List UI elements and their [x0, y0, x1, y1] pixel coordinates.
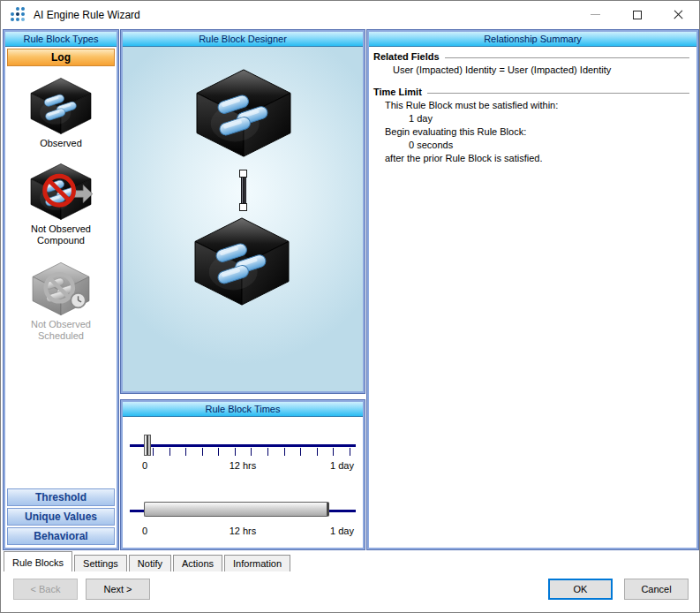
slider-thumb[interactable] [144, 435, 151, 456]
time-limit-line: This Rule Block must be satisfied within… [373, 100, 689, 110]
tab-information[interactable]: Information [224, 555, 290, 573]
minimize-icon [591, 14, 600, 15]
rule-block-types-header: Rule Block Types [5, 32, 117, 47]
time-limit-line: after the prior Rule Block is satisfied. [373, 153, 689, 163]
relationship-summary-panel: Relationship Summary Related Fields User… [367, 30, 698, 549]
slider-labels: 0 12 hrs 1 day [130, 460, 356, 472]
time-limit-value: 0 seconds [373, 140, 689, 150]
not-observed-compound-icon [27, 162, 94, 222]
type-item-not-observed-scheduled: Not Observed Scheduled [5, 261, 117, 342]
footer-bar: < Back Next > OK Cancel [1, 571, 699, 612]
type-item-observed[interactable]: Observed [5, 76, 117, 149]
slider-ticks [153, 448, 350, 456]
rule-block-times-header: Rule Block Times [123, 402, 363, 417]
designer-canvas[interactable] [123, 47, 363, 391]
connector-handle-bottom[interactable] [239, 203, 247, 211]
rule-block-cube-1[interactable] [192, 66, 296, 160]
type-category-buttons: Threshold Unique Values Behavioral [6, 487, 116, 547]
type-item-not-observed-compound[interactable]: Not Observed Compound [5, 162, 117, 246]
slider-labels: 0 12 hrs 1 day [130, 526, 356, 537]
unique-values-button[interactable]: Unique Values [7, 508, 115, 526]
threshold-button[interactable]: Threshold [7, 488, 115, 506]
clock-icon [71, 293, 86, 308]
wizard-tabstrip: Rule Blocks Settings Notify Actions Info… [4, 551, 696, 573]
minimize-button[interactable] [575, 1, 616, 28]
rule-block-connector[interactable] [238, 170, 248, 211]
slider-label-max: 1 day [330, 526, 354, 536]
slider-label-max: 1 day [330, 460, 354, 471]
relationship-summary-header: Relationship Summary [369, 32, 696, 47]
tab-rule-blocks[interactable]: Rule Blocks [4, 551, 72, 573]
ok-button[interactable]: OK [548, 579, 613, 600]
rule-block-cube-2[interactable] [190, 215, 294, 308]
window-controls [575, 1, 699, 28]
maximize-icon [633, 11, 642, 19]
relationship-summary-body: Related Fields User (Impacted) Identity … [369, 47, 696, 163]
time-limit-value: 1 day [373, 113, 689, 124]
type-item-label: Observed [15, 138, 107, 149]
next-button[interactable]: Next > [86, 579, 150, 600]
cancel-button[interactable]: Cancel [624, 579, 689, 600]
window-title: AI Engine Rule Wizard [34, 9, 140, 21]
rule-block-designer-header: Rule Block Designer [123, 32, 363, 47]
behavioral-button[interactable]: Behavioral [7, 527, 115, 545]
wizard-window: AI Engine Rule Wizard Rule Block Types L… [0, 0, 700, 613]
slider-label-mid: 12 hrs [230, 526, 257, 536]
connector-bar [241, 177, 246, 204]
connector-handle-top[interactable] [239, 170, 247, 178]
evaluation-window-slider[interactable]: 0 12 hrs 1 day [130, 492, 356, 538]
time-limit-slider[interactable]: 0 12 hrs 1 day [130, 427, 356, 473]
maximize-button[interactable] [616, 1, 658, 28]
type-item-label: Not Observed Compound [15, 223, 107, 246]
time-limit-title: Time Limit [373, 87, 689, 97]
close-button[interactable] [658, 1, 699, 28]
slider-label-mid: 12 hrs [230, 460, 257, 471]
slider-track[interactable] [130, 444, 356, 447]
type-item-label: Not Observed Scheduled [15, 319, 107, 342]
app-logo-icon [11, 7, 26, 22]
related-fields-title: Related Fields [373, 51, 689, 62]
rule-block-types-panel: Rule Block Types Log Observed Not Observ… [4, 30, 118, 549]
tab-actions[interactable]: Actions [173, 555, 222, 573]
title-bar: AI Engine Rule Wizard [1, 1, 699, 28]
observed-cube-icon [27, 76, 94, 136]
time-limit-line: Begin evaluating this Rule Block: [373, 126, 689, 137]
slider-range-bar[interactable] [144, 502, 329, 517]
close-icon [673, 9, 684, 20]
tab-notify[interactable]: Notify [129, 555, 171, 573]
rule-block-times-panel: Rule Block Times 0 12 hrs 1 day 0 12 hrs… [121, 400, 365, 549]
tab-settings[interactable]: Settings [74, 555, 127, 573]
back-button: < Back [13, 579, 78, 600]
rule-block-designer-panel: Rule Block Designer [121, 30, 365, 393]
not-observed-scheduled-icon [29, 261, 93, 317]
related-fields-line: User (Impacted) Identity = User (Impacte… [373, 64, 689, 75]
slider-label-min: 0 [142, 526, 147, 536]
slider-label-min: 0 [142, 460, 147, 471]
log-type-button[interactable]: Log [7, 49, 115, 66]
